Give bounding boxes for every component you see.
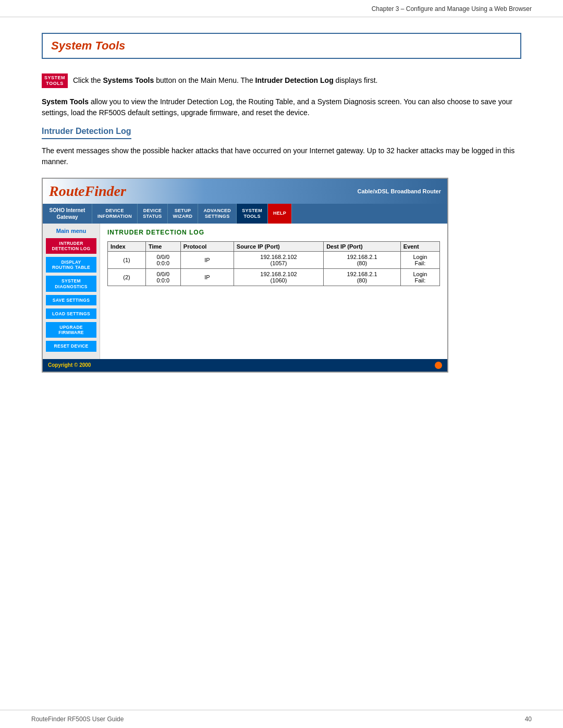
row1-source: 192.168.2.102(1057) (234, 251, 323, 268)
page-title: System Tools (51, 39, 512, 53)
row1-protocol: IP (180, 251, 234, 268)
footer-left: RouteFinder RF500S User Guide (31, 715, 124, 723)
row2-time: 0/0/00:0:0 (145, 268, 180, 286)
nav-left-text: SOHO InternetGateway (50, 207, 85, 220)
page-footer: RouteFinder RF500S User Guide 40 (0, 710, 563, 728)
router-main-title: INTRUDER DETECTION LOG (107, 229, 440, 236)
router-main-area: INTRUDER DETECTION LOG Index Time Protoc… (100, 224, 447, 359)
main-content: System Tools SYSTEM TOOLS Click the Syst… (0, 17, 563, 419)
router-nav: SOHO InternetGateway DEVICEINFORMATION D… (43, 204, 447, 224)
row2-index: (2) (108, 268, 146, 286)
router-sidebar: Main menu INTRUDERDETECTION LOG DISPLAYR… (43, 224, 100, 359)
page-header: Chapter 3 – Configure and Manage Using a… (0, 0, 563, 17)
sidebar-btn-diagnostics[interactable]: SYSTEMDIAGNOSTICS (46, 276, 96, 291)
row1-time: 0/0/00:0:0 (145, 251, 180, 268)
sidebar-btn-routing[interactable]: DISPLAYROUTING TABLE (46, 257, 96, 273)
subsection-heading: Intruder Detection Log (42, 127, 131, 139)
intro-text-3: displays first. (334, 76, 378, 84)
intro-paragraph-2: System Tools allow you to view the Intru… (42, 96, 521, 118)
row1-index: (1) (108, 251, 146, 268)
row2-dest: 192.168.2.1(80) (324, 268, 401, 286)
btn-line2: TOOLS (46, 81, 63, 86)
row2-source: 192.168.2.102(1060) (234, 268, 323, 286)
nav-help[interactable]: HELP (268, 204, 292, 224)
intro-paragraph-1: SYSTEM TOOLS Click the Systems Tools but… (42, 73, 521, 88)
intro-bold-1: Systems Tools (103, 76, 154, 84)
router-logo: RouteFinder (49, 183, 126, 200)
nav-soho: SOHO InternetGateway (43, 204, 92, 224)
row2-event: LoginFail: (400, 268, 439, 286)
body-text: allow you to view the Intruder Detection… (42, 97, 512, 117)
row1-event: LoginFail: (400, 251, 439, 268)
router-header: RouteFinder Cable/xDSL Broadband Router (43, 179, 447, 204)
chapter-text: Chapter 3 – Configure and Manage Using a… (372, 5, 532, 13)
row2-protocol: IP (180, 268, 234, 286)
sidebar-btn-load[interactable]: LOAD SETTINGS (46, 309, 96, 319)
logo-route: Route (49, 183, 84, 199)
sidebar-title: Main menu (46, 228, 96, 234)
col-index: Index (108, 241, 146, 251)
detection-description: The event messages show the possible hac… (42, 145, 521, 167)
logo-finder: Finder (84, 183, 126, 199)
intro-text-2: button on the Main Menu. The (154, 76, 255, 84)
col-time: Time (145, 241, 180, 251)
table-row: (2) 0/0/00:0:0 IP 192.168.2.102(1060) 19… (108, 268, 440, 286)
col-event: Event (400, 241, 439, 251)
nav-items: DEVICEINFORMATION DEVICESTATUS SETUPWIZA… (92, 204, 447, 224)
sidebar-btn-upgrade[interactable]: UPGRADEFIRMWARE (46, 322, 96, 338)
col-source-ip: Source IP (Port) (234, 241, 323, 251)
nav-device-status[interactable]: DEVICESTATUS (138, 204, 167, 224)
system-tools-label: System Tools (42, 97, 89, 106)
col-dest-ip: Dest IP (Port) (324, 241, 401, 251)
intro-bold-2: Intruder Detection Log (255, 76, 334, 84)
nav-system-tools[interactable]: SYSTEMTOOLS (237, 204, 268, 224)
footer-right: 40 (525, 715, 532, 723)
sidebar-btn-reset[interactable]: RESET DEVICE (46, 341, 96, 351)
sidebar-btn-save[interactable]: SAVE SETTINGS (46, 295, 96, 305)
router-tagline: Cable/xDSL Broadband Router (357, 188, 441, 194)
sidebar-btn-intruder[interactable]: INTRUDERDETECTION LOG (46, 238, 96, 254)
router-body: Main menu INTRUDERDETECTION LOG DISPLAYR… (43, 224, 447, 359)
system-tools-button-img: SYSTEM TOOLS (42, 73, 68, 88)
detection-table: Index Time Protocol Source IP (Port) Des… (107, 241, 440, 286)
btn-line1: SYSTEM (44, 75, 65, 80)
copyright-text: Copyright © 2000 (48, 362, 91, 368)
nav-advanced-settings[interactable]: ADVANCEDSETTINGS (198, 204, 237, 224)
intro-text-1: Click the (73, 76, 103, 84)
col-protocol: Protocol (180, 241, 234, 251)
table-row: (1) 0/0/00:0:0 IP 192.168.2.102(1057) 19… (108, 251, 440, 268)
page-container: Chapter 3 – Configure and Manage Using a… (0, 0, 563, 728)
row1-dest: 192.168.2.1(80) (324, 251, 401, 268)
section-title-box: System Tools (42, 33, 521, 59)
nav-setup-wizard[interactable]: SETUPWIZARD (168, 204, 199, 224)
nav-device-info[interactable]: DEVICEINFORMATION (92, 204, 138, 224)
router-ui-screenshot: RouteFinder Cable/xDSL Broadband Router … (42, 178, 448, 373)
status-dot (435, 362, 442, 369)
router-footer: Copyright © 2000 (43, 359, 447, 372)
